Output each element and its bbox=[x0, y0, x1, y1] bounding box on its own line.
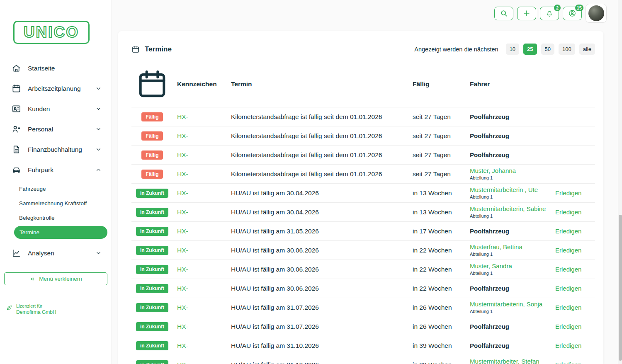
faellig-text: in 39 Wochen bbox=[408, 355, 466, 364]
fahrer-name[interactable]: Musterfrau, Bettina bbox=[470, 243, 547, 251]
kennzeichen-link[interactable]: HX- bbox=[177, 151, 188, 158]
column-header-faellig: Fällig bbox=[408, 61, 466, 107]
kennzeichen-link[interactable]: HX- bbox=[177, 304, 188, 311]
notifications-button[interactable]: 2 bbox=[540, 7, 559, 20]
chevron-up-icon bbox=[95, 167, 102, 173]
avatar-button[interactable] bbox=[586, 4, 607, 23]
table-row: in Zukunft HX- HU/AU ist fällig am 30.06… bbox=[131, 241, 595, 260]
sidebar-item-label: Startseite bbox=[28, 65, 102, 72]
fahrer-department: Abteilung 1 bbox=[470, 309, 547, 314]
sidebar-item-startseite[interactable]: Startseite bbox=[0, 58, 112, 78]
erledigen-link[interactable]: Erledigen bbox=[555, 361, 581, 364]
table-row: in Zukunft HX- HU/AU ist fällig am 30.06… bbox=[131, 260, 595, 279]
status-badge: in Zukunft bbox=[136, 341, 168, 350]
account-count-badge: 15 bbox=[575, 4, 584, 12]
termin-text: Kilometerstandsabfrage ist fällig seit d… bbox=[227, 126, 408, 146]
fahrer-name[interactable]: Mustermitarbeiterin , Ute bbox=[470, 186, 547, 194]
sidebar-item-fuhrpark[interactable]: Fuhrpark bbox=[0, 160, 112, 180]
sidebar-item-label: Finanzbuchhaltung bbox=[28, 146, 95, 153]
fahrer-name[interactable]: Mustermitarbeiter, Stefan bbox=[470, 358, 547, 364]
vertical-scrollbar[interactable] bbox=[618, 0, 622, 364]
sidebar-item-label: Fuhrpark bbox=[28, 166, 95, 174]
column-header-kennzeichen: Kennzeichen bbox=[173, 61, 227, 107]
notification-count-badge: 2 bbox=[554, 4, 561, 12]
faellig-text: in 26 Wochen bbox=[408, 317, 466, 336]
sidebar-item-finanzbuchhaltung[interactable]: Finanzbuchhaltung bbox=[0, 139, 112, 160]
sidebar-item-arbeitszeitplanung[interactable]: Arbeitszeitplanung bbox=[0, 78, 112, 99]
add-button[interactable] bbox=[517, 7, 536, 20]
kennzeichen-link[interactable]: HX- bbox=[177, 342, 188, 349]
page-size-button-alle[interactable]: alle bbox=[579, 44, 595, 55]
table-row: in Zukunft HX- HU/AU ist fällig am 31.10… bbox=[131, 355, 595, 364]
table-row: in Zukunft HX- HU/AU ist fällig am 30.04… bbox=[131, 184, 595, 203]
fahrer-name[interactable]: Mustermitarbeiterin, Sabine bbox=[470, 205, 547, 213]
kennzeichen-link[interactable]: HX- bbox=[177, 323, 188, 330]
erledigen-link[interactable]: Erledigen bbox=[555, 266, 581, 273]
erledigen-link[interactable]: Erledigen bbox=[555, 304, 581, 311]
unico-logo[interactable]: UNICO bbox=[13, 21, 90, 44]
fahrer-name[interactable]: Muster, Johanna bbox=[470, 167, 547, 175]
license-prefix: Lizenziert für bbox=[16, 303, 56, 309]
sidebar-item-belegkontrolle[interactable]: Belegkontrolle bbox=[0, 211, 112, 225]
table-row: in Zukunft HX- HU/AU ist fällig am 31.07… bbox=[131, 317, 595, 336]
kennzeichen-link[interactable]: HX- bbox=[177, 228, 188, 235]
chevron-down-icon bbox=[95, 250, 102, 256]
page-size-button-50[interactable]: 50 bbox=[541, 44, 554, 55]
kennzeichen-link[interactable]: HX- bbox=[177, 209, 188, 216]
collapse-menu-label: Menü verkleinern bbox=[39, 276, 82, 282]
sidebar-item-fahrzeuge[interactable]: Fahrzeuge bbox=[0, 182, 112, 196]
table-row: in Zukunft HX- HU/AU ist fällig am 30.04… bbox=[131, 203, 595, 222]
status-badge: in Zukunft bbox=[136, 303, 168, 312]
sidebar-item-analysen[interactable]: Analysen bbox=[0, 243, 112, 263]
faellig-text: in 22 Wochen bbox=[408, 260, 466, 279]
sidebar-item-personal[interactable]: Personal bbox=[0, 119, 112, 139]
account-button[interactable]: 15 bbox=[563, 7, 582, 20]
kennzeichen-link[interactable]: HX- bbox=[177, 266, 188, 273]
pagination: Angezeigt werden die nächsten 102550100a… bbox=[414, 44, 595, 55]
bell-icon bbox=[545, 9, 554, 17]
erledigen-link[interactable]: Erledigen bbox=[555, 209, 581, 216]
termin-text: HU/AU ist fällig am 30.06.2026 bbox=[227, 279, 408, 298]
fahrer-name[interactable]: Mustermitarbeiterin, Sonja bbox=[470, 301, 547, 308]
erledigen-link[interactable]: Erledigen bbox=[555, 323, 581, 330]
faellig-text: in 39 Wochen bbox=[408, 336, 466, 355]
kennzeichen-link[interactable]: HX- bbox=[177, 132, 188, 139]
faellig-text: in 22 Wochen bbox=[408, 279, 466, 298]
sidebar-item-kunden[interactable]: Kunden bbox=[0, 99, 112, 119]
erledigen-link[interactable]: Erledigen bbox=[555, 247, 581, 254]
sidebar-item-sammelrechnung-kraftstoff[interactable]: Sammelrechnung Kraftstoff bbox=[0, 196, 112, 211]
sidebar-item-termine[interactable]: Termine bbox=[14, 226, 107, 239]
status-badge: Fällig bbox=[141, 150, 163, 160]
faellig-text: seit 27 Tagen bbox=[408, 107, 466, 126]
kennzeichen-link[interactable]: HX- bbox=[177, 361, 188, 364]
kennzeichen-link[interactable]: HX- bbox=[177, 247, 188, 254]
kennzeichen-link[interactable]: HX- bbox=[177, 113, 188, 120]
erledigen-link[interactable]: Erledigen bbox=[555, 285, 581, 292]
erledigen-link[interactable]: Erledigen bbox=[555, 228, 581, 235]
fuhrpark-submenu: Fahrzeuge Sammelrechnung Kraftstoff Bele… bbox=[0, 180, 112, 243]
calendar-icon bbox=[131, 45, 140, 53]
faellig-text: seit 27 Tagen bbox=[408, 146, 466, 165]
fahrer-name: Poolfahrzeug bbox=[470, 323, 547, 330]
fahrer-name[interactable]: Muster, Sandra bbox=[470, 262, 547, 270]
status-badge: in Zukunft bbox=[136, 227, 168, 236]
sidebar-nav: Startseite Arbeitszeitplanung Kunden bbox=[0, 58, 112, 263]
page-size-button-10[interactable]: 10 bbox=[506, 44, 519, 55]
page-size-button-25[interactable]: 25 bbox=[523, 44, 537, 55]
page-size-button-100[interactable]: 100 bbox=[559, 44, 575, 55]
kennzeichen-link[interactable]: HX- bbox=[177, 285, 188, 292]
pagination-label: Angezeigt werden die nächsten bbox=[414, 46, 498, 53]
status-badge: Fällig bbox=[141, 170, 163, 179]
kennzeichen-link[interactable]: HX- bbox=[177, 170, 188, 177]
table-header-row: Kennzeichen Termin Fällig Fahrer bbox=[131, 61, 595, 107]
kennzeichen-link[interactable]: HX- bbox=[177, 189, 188, 197]
erledigen-link[interactable]: Erledigen bbox=[555, 342, 581, 349]
scrollbar-thumb[interactable] bbox=[619, 215, 622, 361]
sidebar-item-label: Kunden bbox=[28, 105, 95, 113]
collapse-menu-button[interactable]: Menü verkleinern bbox=[4, 272, 107, 285]
termin-text: HU/AU ist fällig am 31.10.2026 bbox=[227, 336, 408, 355]
table-row: in Zukunft HX- HU/AU ist fällig am 31.05… bbox=[131, 222, 595, 241]
search-button[interactable] bbox=[494, 7, 513, 20]
erledigen-link[interactable]: Erledigen bbox=[555, 189, 581, 197]
fahrer-department: Abteilung 1 bbox=[470, 175, 547, 180]
